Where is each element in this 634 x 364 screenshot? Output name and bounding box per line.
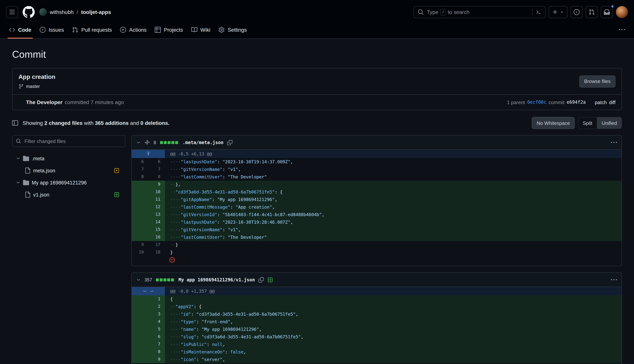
unified-view-button[interactable]: Unified <box>597 117 621 129</box>
diff-modified-icon <box>114 168 119 173</box>
collapse-file-chevron-icon[interactable] <box>136 278 141 282</box>
github-logo[interactable] <box>23 6 35 18</box>
hamburger-menu-button[interactable] <box>6 6 18 18</box>
kebab-horizontal-icon <box>619 27 625 33</box>
tab-code[interactable]: Code <box>6 21 34 38</box>
file-options-icon[interactable] <box>611 140 617 146</box>
toggle-file-tree-button[interactable] <box>12 120 18 126</box>
breadcrumb-repo[interactable]: tooljet-apps <box>81 9 111 15</box>
hunk-expand-control[interactable] <box>132 150 165 158</box>
new-line-number: 13 <box>148 211 165 218</box>
tab-label: Settings <box>228 27 247 33</box>
commit-title-block: App creation master <box>19 74 56 89</box>
old-line-number <box>132 256 148 264</box>
diff-row: 1{ <box>132 295 621 303</box>
slash-key-hint: / <box>441 9 445 15</box>
old-line-number <box>132 234 148 241</box>
copy-path-icon[interactable] <box>259 277 264 282</box>
old-line-number: 7 <box>132 166 148 173</box>
commit-author[interactable]: The Developer <box>26 99 63 105</box>
search-right <box>532 9 541 15</box>
expand-up-icon <box>146 152 151 156</box>
new-line-number: 8 <box>148 348 165 356</box>
diff-toolbar-right: No Whitespace Split Unified <box>532 117 622 129</box>
issues-dashboard-button[interactable] <box>571 6 583 18</box>
old-line-number <box>132 295 148 303</box>
search-divider <box>532 9 532 15</box>
tab-issues[interactable]: Issues <box>37 21 67 38</box>
code-line <box>165 256 621 264</box>
code-line: ····"isMaintenanceOn": false, <box>165 348 621 356</box>
tab-actions[interactable]: Actions <box>117 21 150 38</box>
patch-link[interactable]: patch <box>595 100 607 105</box>
user-avatar[interactable] <box>616 6 628 18</box>
summary-deletions: 0 deletions. <box>140 120 170 126</box>
page-title: Commit <box>12 49 622 60</box>
diff-link[interactable]: diff <box>609 100 615 105</box>
pull-requests-dashboard-button[interactable] <box>586 6 598 18</box>
new-line-number: 7 <box>148 340 165 348</box>
diffstat-square <box>171 278 174 281</box>
tree-folder-label: My app 1698694121296 <box>32 180 87 186</box>
browse-files-button[interactable]: Browse files <box>579 75 615 87</box>
filter-files-input[interactable] <box>12 135 125 147</box>
tree-file-v1-json[interactable]: v1.json <box>12 188 125 201</box>
branch-name[interactable]: master <box>26 84 40 89</box>
code-line: } <box>165 248 621 256</box>
old-line-number <box>132 356 148 363</box>
tab-settings[interactable]: Settings <box>216 21 250 38</box>
diff-row: 6····"slug": "cd3f3a6d-3d55-4e31-ad50-6a… <box>132 333 621 340</box>
commit-message: App creation <box>19 74 56 80</box>
collapse-file-chevron-icon[interactable] <box>136 140 141 145</box>
file-added-icon <box>268 277 273 282</box>
diff-added-icon <box>114 192 119 197</box>
tab-projects[interactable]: Projects <box>152 21 186 38</box>
old-line-number: 9 <box>132 241 148 248</box>
old-line-number: 6 <box>132 158 148 166</box>
chevron-down-icon <box>16 156 20 161</box>
search-placeholder-suffix: to search <box>448 9 469 15</box>
command-palette-icon[interactable] <box>535 9 541 15</box>
tree-folder-my-app[interactable]: My app 1698694121296 <box>12 176 125 188</box>
filter-wrap <box>12 135 125 147</box>
tab-pull-requests[interactable]: Pull requests <box>69 21 115 38</box>
breadcrumb-owner[interactable]: withshubh <box>50 9 74 15</box>
diff-row: 66····"lastpushDate": "2023-10-30T19:14:… <box>132 158 621 166</box>
commit-meta: The Developer committed 7 minutes ago 1 … <box>13 94 621 110</box>
tab-label: Projects <box>164 27 183 33</box>
book-icon <box>191 27 197 33</box>
tab-wiki[interactable]: Wiki <box>188 21 213 38</box>
code-line: ··}, <box>165 181 621 188</box>
notifications-button[interactable] <box>601 6 613 18</box>
code-icon <box>9 27 15 33</box>
hunk-header: @@ -6,5 +6,13 @@ <box>165 150 621 158</box>
old-line-number <box>132 218 148 226</box>
new-line-number: 8 <box>148 173 165 181</box>
diff-files: 8.meta/meta.json@@ -6,5 +6,13 @@66····"l… <box>131 135 622 364</box>
tree-file-meta-json[interactable]: meta.json <box>12 164 125 176</box>
global-search[interactable]: Type / to search <box>414 6 546 18</box>
hunk-expand-control[interactable]: ⋯⋯ <box>132 287 165 295</box>
copy-path-icon[interactable] <box>227 140 233 145</box>
diff-row: 88····"lastCommitUser": "The Developer" <box>132 173 621 181</box>
split-view-button[interactable]: Split <box>578 117 597 129</box>
code-line: ····"lastpushDate": "2023-10-30T19:28:46… <box>165 218 621 226</box>
whitespace-button[interactable]: No Whitespace <box>532 117 575 129</box>
new-line-number: 15 <box>148 226 165 234</box>
breadcrumb: withshubh / tooljet-apps <box>39 8 111 16</box>
parent-sha[interactable]: 0ecf00c <box>527 100 546 105</box>
diff-row: 1018} <box>132 248 621 256</box>
drag-handle-icon[interactable] <box>145 140 150 145</box>
new-line-number: 17 <box>148 241 165 248</box>
expand-dots-icon: ⋯ <box>143 287 146 295</box>
old-line-number <box>132 181 148 188</box>
file-path: .meta/meta.json <box>183 140 223 145</box>
file-options-icon[interactable] <box>611 277 617 283</box>
new-line-number: 5 <box>148 326 165 333</box>
nav-overflow-button[interactable] <box>616 24 628 36</box>
tree-folder-meta[interactable]: .meta <box>12 152 125 164</box>
create-new-button[interactable] <box>549 6 567 18</box>
expand-dots-icon: ⋯ <box>151 287 153 295</box>
old-line-number <box>132 203 148 211</box>
parent-label: 1 parent <box>507 100 525 105</box>
